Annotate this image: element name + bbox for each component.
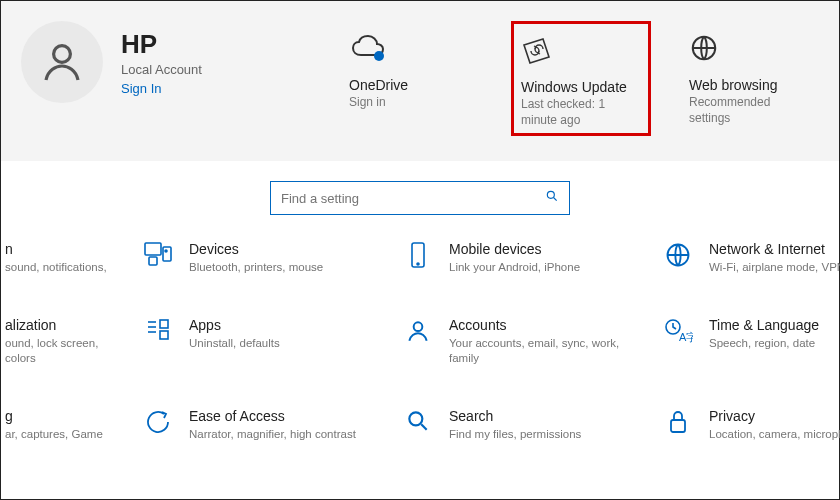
account-name: HP: [121, 29, 202, 60]
sign-in-link[interactable]: Sign In: [121, 81, 202, 96]
account-text: HP Local Account Sign In: [121, 29, 202, 96]
lock-icon: [661, 408, 695, 442]
category-sub: Find my files, permissions: [449, 427, 581, 442]
avatar: [21, 21, 103, 103]
category-sub: Bluetooth, printers, mouse: [189, 260, 323, 275]
category-sub: Link your Android, iPhone: [449, 260, 580, 275]
svg-rect-15: [160, 331, 168, 339]
search-box[interactable]: [270, 181, 570, 215]
categories-grid: n sound, notifications, Devices Bluetoot…: [1, 241, 839, 442]
category-sub: Location, camera, microphone: [709, 427, 840, 442]
phone-icon: [401, 241, 435, 275]
tile-sub: Last checked: 1 minute ago: [521, 97, 641, 128]
time-language-icon: A字: [661, 317, 695, 366]
svg-point-0: [54, 46, 71, 63]
category-gaming-partial[interactable]: g ar, captures, Game: [1, 408, 141, 442]
category-system-partial[interactable]: n sound, notifications,: [1, 241, 141, 275]
category-accounts[interactable]: Accounts Your accounts, email, sync, wor…: [401, 317, 661, 366]
svg-rect-20: [671, 420, 685, 432]
category-search[interactable]: Search Find my files, permissions: [401, 408, 661, 442]
category-sub: Speech, region, date: [709, 336, 819, 351]
tile-sub: Sign in: [349, 95, 473, 111]
category-sub: Uninstall, defaults: [189, 336, 280, 351]
category-title: Privacy: [709, 408, 840, 424]
category-time-language[interactable]: A字 Time & Language Speech, region, date: [661, 317, 840, 366]
category-sub: Narrator, magnifier, high contrast: [189, 427, 356, 442]
category-title: Network & Internet: [709, 241, 840, 257]
svg-point-19: [409, 412, 422, 425]
account-type: Local Account: [121, 62, 202, 77]
svg-point-9: [417, 263, 419, 265]
account-block[interactable]: HP Local Account Sign In: [21, 21, 321, 103]
header: HP Local Account Sign In OneDrive Sign i…: [1, 1, 839, 161]
category-title: Accounts: [449, 317, 645, 333]
category-title: Ease of Access: [189, 408, 356, 424]
svg-point-16: [414, 322, 423, 331]
tile-web-browsing[interactable]: Web browsing Recommended settings: [681, 21, 821, 136]
header-tiles: OneDrive Sign in Windows Update Last che…: [341, 21, 821, 136]
search-icon: [545, 189, 559, 207]
category-devices[interactable]: Devices Bluetooth, printers, mouse: [141, 241, 401, 275]
tile-sub: Recommended settings: [689, 95, 813, 126]
search-icon: [401, 408, 435, 442]
svg-point-7: [165, 250, 167, 252]
category-privacy[interactable]: Privacy Location, camera, microphone: [661, 408, 840, 442]
apps-icon: [141, 317, 175, 366]
category-title: Time & Language: [709, 317, 819, 333]
svg-rect-4: [145, 243, 161, 255]
devices-icon: [141, 241, 175, 275]
ease-of-access-icon: [141, 408, 175, 442]
category-title: Devices: [189, 241, 323, 257]
category-network[interactable]: Network & Internet Wi-Fi, airplane mode,…: [661, 241, 840, 275]
tile-onedrive[interactable]: OneDrive Sign in: [341, 21, 481, 136]
category-personalization-partial[interactable]: alization ound, lock screen, colors: [1, 317, 141, 366]
update-icon: [521, 29, 641, 71]
category-apps[interactable]: Apps Uninstall, defaults: [141, 317, 401, 366]
svg-point-1: [374, 51, 384, 61]
category-title: Apps: [189, 317, 280, 333]
svg-rect-5: [163, 247, 171, 261]
svg-rect-6: [149, 257, 157, 265]
svg-text:A字: A字: [679, 331, 693, 343]
category-mobile-devices[interactable]: Mobile devices Link your Android, iPhone: [401, 241, 661, 275]
tile-title: Windows Update: [521, 79, 641, 95]
search-input[interactable]: [281, 191, 545, 206]
category-title: Mobile devices: [449, 241, 580, 257]
globe-icon: [661, 241, 695, 275]
user-icon: [38, 38, 86, 86]
tile-title: Web browsing: [689, 77, 813, 93]
tile-title: OneDrive: [349, 77, 473, 93]
svg-point-3: [547, 191, 554, 198]
svg-rect-14: [160, 320, 168, 328]
category-sub: Your accounts, email, sync, work, family: [449, 336, 645, 366]
search-row: [1, 181, 839, 215]
tile-windows-update[interactable]: Windows Update Last checked: 1 minute ag…: [511, 21, 651, 136]
globe-icon: [689, 27, 813, 69]
category-ease-of-access[interactable]: Ease of Access Narrator, magnifier, high…: [141, 408, 401, 442]
category-sub: Wi-Fi, airplane mode, VPN: [709, 260, 840, 275]
cloud-icon: [349, 27, 473, 69]
category-title: Search: [449, 408, 581, 424]
person-icon: [401, 317, 435, 366]
